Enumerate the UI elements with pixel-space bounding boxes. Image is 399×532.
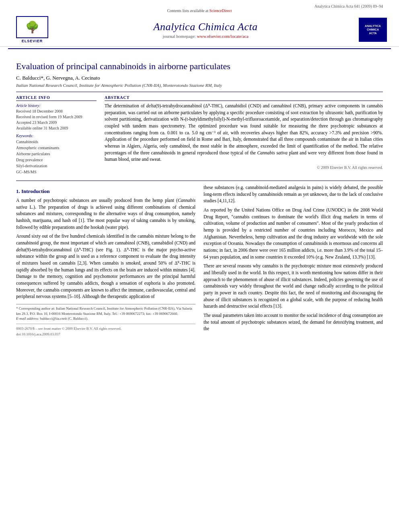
section-1-heading: 1. Introduction — [16, 188, 195, 195]
keyword-1: Cannabinoids — [16, 139, 97, 145]
intro-para-2: Around sixty out of the five hundred che… — [16, 233, 195, 300]
elsevier-tree-icon: 🌳 — [25, 21, 39, 34]
contents-line: Contents lists available at ScienceDirec… — [8, 8, 391, 13]
meta-divider-bottom — [16, 181, 383, 181]
right-para-3: There are several reasons why cannabis i… — [204, 263, 383, 310]
right-para-2: As reported by the United Nations Office… — [204, 207, 383, 260]
received-date: Received 18 December 2008 — [16, 109, 97, 114]
keyword-5: Silyl-derivatization — [16, 163, 97, 169]
intro-para-1: A number of psychotropic substances are … — [16, 197, 195, 230]
header-content: 🌳 ELSEVIER Analytica Chimica Acta journa… — [8, 14, 391, 45]
keyword-3: Airborne particulates — [16, 151, 97, 157]
article-affiliation: Italian National Research Council, Insti… — [16, 83, 383, 88]
journal-title-area: Analytica Chimica Acta journal homepage:… — [52, 21, 359, 39]
elsevier-logo: 🌳 ELSEVIER — [12, 16, 52, 43]
right-para-4: The usual parameters taken into account … — [204, 312, 383, 332]
copyright-line: © 2009 Elsevier B.V. All rights reserved… — [105, 165, 383, 170]
footnote-star: * Corresponding author at: Italian Natio… — [16, 306, 195, 316]
issn-line: 0003-2670/$ – see front matter © 2009 El… — [16, 327, 195, 331]
keywords-label: Keywords: — [16, 134, 97, 138]
keyword-6: GC–MS/MS — [16, 169, 97, 175]
abstract-header: ABSTRACT — [105, 95, 383, 101]
elsevier-logo-box: 🌳 — [16, 16, 48, 38]
elsevier-label: ELSEVIER — [22, 39, 43, 43]
right-col: these substances (e.g. cannabinoid-media… — [204, 184, 383, 336]
journal-logo-right: ANALYTICACHIMICAACTA — [359, 18, 387, 42]
journal-citation: Analytica Chimica Acta 641 (2009) 89–94 — [8, 3, 391, 8]
keywords-list: Cannabinoids Atmospheric contaminants Ai… — [16, 139, 97, 175]
header-divider — [8, 48, 391, 49]
revised-date: Received in revised form 19 March 2009 — [16, 114, 97, 120]
keyword-4: Drug prevalence — [16, 157, 97, 163]
meta-divider-top — [16, 92, 383, 92]
homepage-link[interactable]: www.elsevier.com/locate/aca — [197, 34, 248, 39]
history-label: Article history: — [16, 103, 97, 108]
article-info-col: ARTICLE INFO Article history: Received 1… — [16, 95, 97, 175]
keyword-2: Atmospheric contaminants — [16, 145, 97, 151]
right-para-1: these substances (e.g. cannabinoid-media… — [204, 184, 383, 204]
abstract-text: The determination of delta(9)-tetrahydro… — [105, 103, 383, 163]
footnote-area: * Corresponding author at: Italian Natio… — [16, 304, 195, 336]
journal-header: Analytica Chimica Acta 641 (2009) 89–94 … — [0, 0, 399, 47]
footnote-email: E-mail address: balducci@iia.cnrit (C. B… — [16, 316, 195, 321]
article-meta-row: ARTICLE INFO Article history: Received 1… — [16, 95, 383, 175]
sciencedirect-link[interactable]: ScienceDirect — [209, 8, 232, 13]
journal-title: Analytica Chimica Acta — [52, 21, 359, 33]
article-info-header: ARTICLE INFO — [16, 95, 97, 101]
article-authors: C. Balducci*, G. Nervegna, A. Cecinato — [16, 75, 383, 81]
page-container: Analytica Chimica Acta 641 (2009) 89–94 … — [0, 0, 399, 532]
doi-line: doi:10.1016/j.aca.2009.03.037 — [16, 332, 195, 336]
article-body: Evaluation of principal cannabinoids in … — [0, 51, 399, 344]
content-columns: 1. Introduction A number of psychotropic… — [16, 184, 383, 336]
journal-homepage: journal homepage: www.elsevier.com/locat… — [52, 34, 359, 39]
accepted-date: Accepted 23 March 2009 — [16, 120, 97, 125]
abstract-col: ABSTRACT The determination of delta(9)-t… — [105, 95, 383, 175]
online-date: Available online 31 March 2009 — [16, 125, 97, 131]
journal-logo-inner: ANALYTICACHIMICAACTA — [365, 24, 381, 35]
article-title: Evaluation of principal cannabinoids in … — [16, 61, 383, 72]
left-col: 1. Introduction A number of psychotropic… — [16, 184, 195, 336]
footnote-divider — [16, 324, 195, 324]
